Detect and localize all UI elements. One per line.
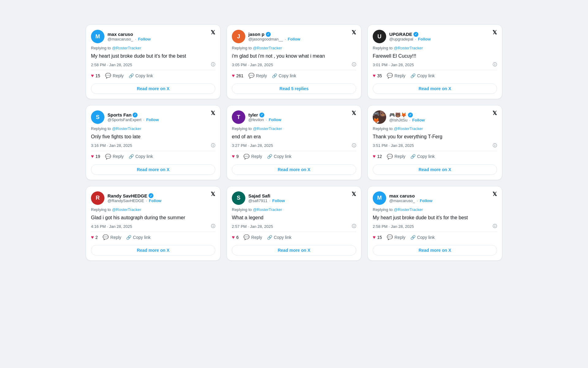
like-count: 15: [377, 235, 382, 240]
like-button[interactable]: ♥ 15: [373, 235, 382, 240]
read-more-button[interactable]: Read more on X: [91, 83, 215, 94]
x-logo-icon[interactable]: 𝕏: [492, 110, 497, 116]
user-handle: @upgradepal: [389, 37, 413, 41]
read-more-button[interactable]: Read more on X: [373, 164, 497, 175]
follow-button[interactable]: Follow: [420, 198, 432, 203]
follow-button[interactable]: Follow: [146, 117, 159, 122]
tweet-header: M max caruso @maxcaruso_ · Follow 𝕏: [373, 191, 497, 205]
heart-icon: ♥: [373, 73, 376, 79]
user-name: tyler ✓: [248, 112, 281, 117]
reply-button[interactable]: 💬 Reply: [103, 234, 121, 240]
x-logo-icon[interactable]: 𝕏: [211, 191, 215, 197]
like-button[interactable]: ♥ 9: [232, 154, 239, 159]
info-icon[interactable]: ⓘ: [493, 224, 497, 229]
read-more-button[interactable]: Read more on X: [91, 164, 215, 175]
like-button[interactable]: ♥ 12: [373, 154, 382, 159]
copy-link-button[interactable]: 🔗 Copy link: [272, 73, 296, 78]
copy-link-button[interactable]: 🔗 Copy link: [267, 235, 292, 240]
heart-icon: ♥: [232, 235, 235, 240]
x-logo-icon[interactable]: 𝕏: [352, 30, 356, 35]
info-icon[interactable]: ⓘ: [352, 224, 356, 229]
like-button[interactable]: ♥ 19: [91, 154, 100, 159]
info-icon[interactable]: ⓘ: [352, 143, 356, 148]
verified-icon: ✓: [413, 32, 418, 37]
info-icon[interactable]: ⓘ: [352, 62, 356, 67]
read-more-button[interactable]: Read more on X: [232, 164, 356, 175]
info-icon[interactable]: ⓘ: [493, 62, 497, 67]
copy-link-button[interactable]: 🔗 Copy link: [129, 73, 153, 78]
x-logo-icon[interactable]: 𝕏: [352, 110, 356, 116]
tweet-time: 3:05 PM · Jan 28, 2025 ⓘ: [232, 62, 356, 67]
like-button[interactable]: ♥ 6: [232, 235, 239, 240]
follow-button[interactable]: Follow: [138, 37, 151, 41]
info-icon[interactable]: ⓘ: [211, 224, 215, 229]
heart-icon: ♥: [91, 154, 94, 159]
read-more-button[interactable]: Read more on X: [373, 83, 497, 94]
follow-button[interactable]: Follow: [272, 198, 285, 203]
copy-link-button[interactable]: 🔗 Copy link: [126, 235, 151, 240]
copy-link-button[interactable]: 🔗 Copy link: [410, 235, 435, 240]
reply-button[interactable]: 💬 Reply: [243, 154, 262, 159]
copy-link-button[interactable]: 🔗 Copy link: [267, 154, 292, 159]
follow-button[interactable]: Follow: [412, 118, 425, 122]
read-more-button[interactable]: Read more on X: [91, 245, 215, 255]
info-icon[interactable]: ⓘ: [493, 143, 497, 148]
x-logo-icon[interactable]: 𝕏: [492, 30, 497, 35]
tweet-header: J jason p ✓ @jasongoodman__ · Follow 𝕏: [232, 30, 356, 43]
read-more-button[interactable]: Read 5 replies: [232, 83, 356, 94]
replying-to: Replying to @RosterTracker: [91, 207, 215, 212]
follow-button[interactable]: Follow: [288, 37, 300, 41]
follow-button[interactable]: Follow: [418, 37, 431, 41]
tweet-card: M max caruso @maxcaruso_ · Follow 𝕏 Re: [368, 186, 502, 261]
reply-button[interactable]: 💬 Reply: [248, 73, 267, 79]
reply-button[interactable]: 💬 Reply: [243, 234, 262, 240]
copy-link-button[interactable]: 🔗 Copy link: [129, 154, 153, 159]
reply-button[interactable]: 💬 Reply: [387, 234, 405, 240]
copy-link-button[interactable]: 🔗 Copy link: [410, 154, 435, 159]
link-icon: 🔗: [410, 154, 416, 159]
info-icon[interactable]: ⓘ: [211, 143, 215, 148]
replying-to: Replying to @RosterTracker: [373, 207, 497, 212]
x-logo-icon[interactable]: 𝕏: [211, 30, 215, 35]
reply-button[interactable]: 💬 Reply: [387, 73, 405, 79]
reply-button[interactable]: 💬 Reply: [105, 73, 124, 79]
info-icon[interactable]: ⓘ: [211, 62, 215, 67]
copy-link-button[interactable]: 🔗 Copy link: [410, 73, 435, 78]
reply-icon: 💬: [243, 234, 250, 240]
reply-button[interactable]: 💬 Reply: [105, 154, 124, 159]
follow-button[interactable]: Follow: [149, 198, 161, 203]
read-more-button[interactable]: Read more on X: [373, 245, 497, 255]
like-button[interactable]: ♥ 15: [91, 73, 100, 79]
replying-handle: @RosterTracker: [253, 207, 282, 212]
like-count: 261: [236, 73, 243, 78]
copy-link-label: Copy link: [417, 154, 435, 159]
reply-label: Reply: [256, 73, 267, 78]
replying-handle: @RosterTracker: [253, 126, 282, 131]
tweet-text: What a legend: [232, 214, 356, 221]
like-button[interactable]: ♥ 261: [232, 73, 243, 79]
replying-to: Replying to @RosterTracker: [232, 126, 356, 131]
tweet-text: My heart just broke dude but it's for th…: [91, 53, 215, 59]
read-more-button[interactable]: Read more on X: [232, 245, 356, 255]
x-logo-icon[interactable]: 𝕏: [211, 110, 215, 116]
user-handle-row: @safi7911 · Follow: [248, 198, 285, 203]
tweet-header: R Randy SavHEDGE ✓ @RandySavHEDGE · Foll…: [91, 191, 215, 205]
follow-button[interactable]: Follow: [269, 117, 281, 122]
heart-icon: ♥: [373, 154, 376, 159]
like-count: 6: [236, 235, 239, 240]
avatar: S: [232, 191, 245, 205]
x-logo-icon[interactable]: 𝕏: [492, 191, 497, 197]
x-logo-icon[interactable]: 𝕏: [352, 191, 356, 197]
user-handle-row: @jasongoodman__ · Follow: [248, 37, 300, 41]
link-icon: 🔗: [410, 235, 416, 240]
avatar: M: [91, 30, 104, 43]
like-button[interactable]: ♥ 2: [91, 235, 98, 240]
like-count: 2: [96, 235, 98, 240]
user-name: Sajad Safi: [248, 193, 285, 198]
reply-button[interactable]: 💬 Reply: [387, 154, 405, 159]
reply-label: Reply: [251, 154, 262, 159]
link-icon: 🔗: [267, 235, 272, 240]
user-handle-row: @fevilon · Follow: [248, 117, 281, 122]
like-button[interactable]: ♥ 35: [373, 73, 382, 79]
tweet-text: Glad i got his autograph during the summ…: [91, 214, 215, 221]
